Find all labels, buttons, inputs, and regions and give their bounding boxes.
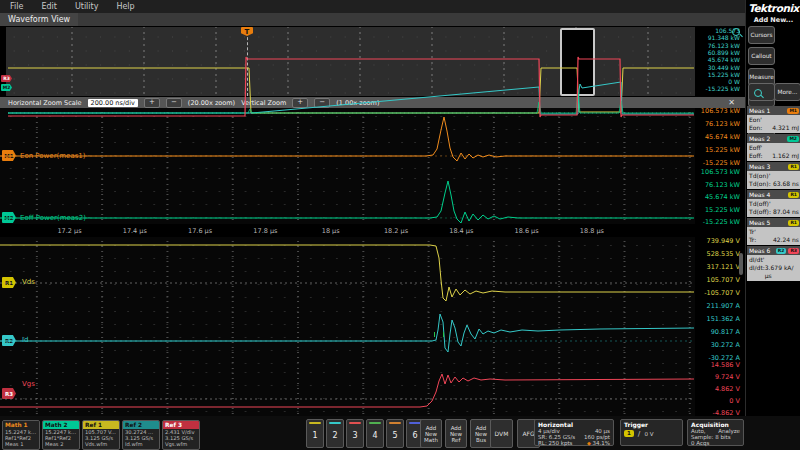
- sidebar-button[interactable]: Callout: [748, 47, 775, 65]
- add-new-button[interactable]: Add New Ref: [445, 419, 467, 448]
- slice-eon-power[interactable]: [0, 108, 695, 171]
- scale-label: 317.121 V: [692, 261, 740, 273]
- slice-vgs[interactable]: [0, 364, 695, 416]
- scale-label: 106.573 kW: [692, 105, 740, 117]
- overview-badge-r3[interactable]: R3: [1, 75, 12, 82]
- v-zoom-minus-button[interactable]: −: [314, 98, 330, 108]
- measurement-label: Eon:: [749, 124, 762, 132]
- more-button[interactable]: More...: [774, 83, 800, 101]
- scale-label: -15.225 kW: [692, 216, 740, 228]
- measurement-item[interactable]: Meas 1 M1 Eon' Eon: 4.321 mJ: [747, 106, 800, 133]
- waveform-badge-tile[interactable]: Ref 2 30.2724 ... 3.125 GS/s Id.wfm: [122, 420, 160, 450]
- tile-title: Ref 2: [123, 421, 159, 429]
- measurement-value: 3.679 kA/µs: [765, 264, 799, 280]
- h-zoom-plus-button[interactable]: +: [144, 98, 160, 108]
- waveform-badge-tile[interactable]: Ref 1 105.707 V... 3.125 GS/s Vds.wfm: [82, 420, 120, 450]
- channel-button[interactable]: 3: [346, 419, 364, 448]
- measurement-label: Td(off):: [749, 208, 771, 216]
- slice-vds[interactable]: [0, 237, 695, 304]
- add-new-buttons: Add New MathAdd New RefAdd New Bus: [420, 419, 492, 448]
- function-buttons: DVMAFG: [490, 419, 540, 448]
- measurement-source-badge: M2: [787, 136, 799, 142]
- horizontal-panel[interactable]: Horizontal 4 µs/div40 µs SR: 6.25 GS/s16…: [534, 419, 614, 446]
- main-x-tick-label: 18.6 µs: [515, 227, 539, 235]
- channel-button[interactable]: 2: [326, 419, 344, 448]
- menu-utility[interactable]: Utility: [75, 2, 99, 11]
- slice-id[interactable]: [0, 303, 695, 365]
- tab-bar: Waveform View: [0, 13, 745, 27]
- measurement-name: Eoff': [749, 144, 799, 152]
- measurement-item[interactable]: Meas 5 R1 Tr' Tr: 42.24 ns: [747, 218, 800, 245]
- measurement-results-panel: Meas 1 M1 Eon' Eon: 4.321 mJ Meas 2 M2: [747, 106, 800, 282]
- channel-number: 6: [412, 424, 417, 447]
- menu-edit[interactable]: Edit: [41, 2, 57, 11]
- scrollbar-handle[interactable]: [739, 253, 743, 275]
- trigger-panel[interactable]: Trigger 1 / 0 V: [620, 419, 683, 446]
- waveform-badge-tile[interactable]: Math 2 15.2247 k... Ref1*Ref2 Meas 2: [42, 420, 80, 450]
- zoom-indicator-icon[interactable]: [732, 28, 742, 38]
- channel-number: 3: [352, 424, 357, 447]
- measurement-source-badge: R2: [776, 248, 787, 254]
- slice-scales: 106.573 kW76.123 kW45.674 kW15.225 kW-15…: [695, 108, 743, 416]
- overview-scale-label: 15.225 kW: [708, 71, 740, 78]
- menu-help[interactable]: Help: [116, 2, 134, 11]
- h-zoom-minus-button[interactable]: −: [166, 98, 182, 108]
- measurement-title: Meas 3: [749, 163, 786, 170]
- acquisition-panel[interactable]: Acquisition Auto,Analyze Sample: 8 bits …: [687, 419, 744, 446]
- measurement-item[interactable]: Meas 4 R1 Td(off)' Td(off): 87.04 ns: [747, 190, 800, 217]
- scale-label: 4.862 V: [692, 383, 740, 395]
- zoom-mode-button[interactable]: [748, 83, 775, 101]
- waveform-badges: Math 1 15.2247 k... Ref1*Ref2 Meas 1 Mat…: [2, 420, 200, 450]
- sidebar-button[interactable]: Cursors: [748, 26, 775, 44]
- measurement-value: 1.162 mJ: [772, 152, 799, 160]
- overview-scale-label: 76.123 kW: [708, 42, 740, 49]
- channel-number: 2: [332, 424, 337, 447]
- main-x-tick-label: 17.4 µs: [123, 227, 147, 235]
- tile-title: Math 2: [43, 421, 79, 429]
- add-new-button[interactable]: Add New Bus: [470, 419, 492, 448]
- measurement-source-badge: R1: [788, 220, 799, 226]
- measurement-source-badge: R1: [788, 164, 799, 170]
- measurement-label: Eoff:: [749, 152, 763, 160]
- magnifier-icon: [754, 89, 764, 99]
- trace-label-id: Id: [22, 336, 29, 344]
- waveform-badge-tile[interactable]: Math 1 15.2247 k... Ref1*Ref2 Meas 1: [2, 420, 40, 450]
- horizontal-title: Horizontal: [538, 421, 610, 428]
- measurement-item[interactable]: Meas 6 R2 R3 dI/dt' dI/dt: 3.679 kA/µs: [747, 246, 800, 281]
- v-zoom-plus-button[interactable]: +: [292, 98, 308, 108]
- channel-buttons: 1 2 3 4 5 6: [306, 419, 424, 448]
- overview-badge-m2[interactable]: M2: [1, 84, 12, 91]
- add-new-label: Add New...: [746, 16, 800, 24]
- measurement-item[interactable]: Meas 3 R1 Td(on)' Td(on): 63.68 ns: [747, 162, 800, 189]
- scale-label: 105.707 V: [692, 274, 740, 286]
- waveform-badge-tile[interactable]: Ref 3 2.431 V/div 3.125 GS/s Vgs.wfm: [162, 420, 200, 450]
- trigger-level: 0 V: [644, 431, 653, 437]
- measurement-source-badge: R1: [788, 192, 799, 198]
- measurement-item[interactable]: Meas 2 M2 Eoff' Eoff: 1.162 mJ: [747, 134, 800, 161]
- expansion-point-icon: ◆: [587, 440, 591, 446]
- horizontal-zoom-scale-input[interactable]: 200.00 ns/div: [88, 99, 138, 107]
- channel-button[interactable]: 5: [386, 419, 404, 448]
- menu-file[interactable]: File: [10, 2, 23, 11]
- trace-label-vds: Vds: [22, 278, 35, 286]
- scale-label: 0 V: [692, 395, 740, 407]
- channel-number: 1: [312, 424, 317, 447]
- scale-label: 90.817 A: [692, 326, 740, 338]
- trigger-slope-icon: /: [638, 431, 641, 437]
- add-new-button[interactable]: Add New Math: [420, 419, 442, 448]
- scale-label: 15.225 kW: [692, 204, 740, 216]
- measurement-title: Meas 5: [749, 219, 786, 226]
- zoom-selection-box[interactable]: [560, 28, 595, 96]
- channel-button[interactable]: 4: [366, 419, 384, 448]
- measurement-label: Td(on):: [749, 180, 771, 188]
- trace-label-eoff: Eoff Power(meas2): [20, 214, 86, 222]
- channel-button[interactable]: 1: [306, 419, 324, 448]
- tab-waveform-view[interactable]: Waveform View: [0, 13, 78, 26]
- function-button[interactable]: DVM: [490, 419, 513, 448]
- scale-label: 739.949 V: [692, 235, 740, 247]
- waveform-overview: T R3 M2 -12 µs-8 µs-4 µs0 s4 µs8 µs12 µs…: [0, 26, 745, 97]
- slice-eoff-power[interactable]: [0, 170, 695, 225]
- overview-scale-label: 60.899 kW: [708, 49, 740, 56]
- measurement-name: Td(off)': [749, 200, 799, 208]
- trace-label-vgs: Vgs: [22, 380, 35, 388]
